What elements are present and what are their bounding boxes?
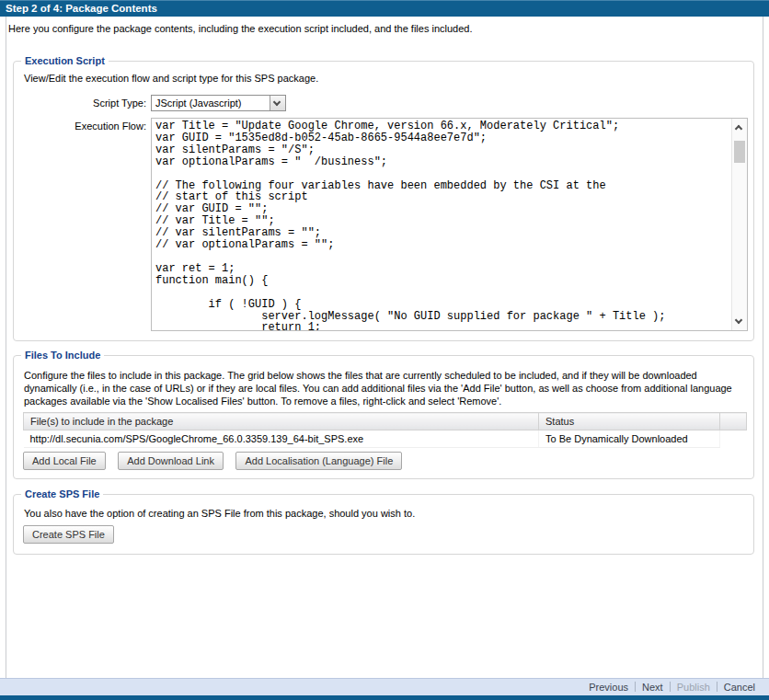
scroll-down-icon[interactable]	[735, 316, 742, 324]
spacer-cell	[720, 430, 747, 448]
column-header-status[interactable]: Status	[539, 413, 720, 430]
execution-script-legend: Execution Script	[21, 55, 109, 66]
status-cell: To Be Dynamically Downloaded	[539, 430, 720, 448]
execution-script-description: View/Edit the execution flow and script …	[24, 72, 318, 85]
create-sps-button-row: Create SPS File	[23, 525, 122, 544]
files-to-include-description: Configure the files to include in this p…	[24, 369, 743, 407]
files-buttons-row: Add Local File Add Download Link Add Loc…	[23, 452, 410, 470]
create-sps-file-section: Create SPS File You also have the option…	[13, 494, 754, 555]
files-table-header-row: File(s) to include in the package Status	[24, 413, 747, 430]
file-url-cell[interactable]: http://dl.secunia.com/SPS/GoogleChrome_6…	[24, 430, 539, 448]
column-header-spacer	[720, 413, 747, 430]
scroll-up-icon[interactable]	[735, 125, 742, 132]
add-download-link-button[interactable]: Add Download Link	[118, 452, 224, 470]
panel-border-right	[763, 17, 763, 695]
script-type-value: JScript (Javascript)	[155, 97, 242, 110]
next-button[interactable]: Next	[636, 679, 670, 695]
bottom-strip	[0, 695, 769, 700]
page-title: Step 2 of 4: Package Contents	[6, 3, 157, 14]
code-scrollbar[interactable]	[731, 119, 747, 330]
script-type-label: Script Type:	[14, 98, 146, 109]
execution-script-section: Execution Script View/Edit the execution…	[13, 61, 754, 341]
scrollbar-thumb[interactable]	[734, 141, 745, 163]
create-sps-file-button[interactable]: Create SPS File	[23, 525, 114, 544]
files-to-include-legend: Files To Include	[21, 350, 104, 361]
column-header-file[interactable]: File(s) to include in the package	[24, 413, 539, 430]
create-sps-file-legend: Create SPS File	[21, 488, 103, 499]
script-type-select[interactable]: JScript (Javascript)	[151, 95, 286, 111]
add-localisation-file-button[interactable]: Add Localisation (Language) File	[235, 452, 402, 470]
previous-button[interactable]: Previous	[582, 679, 635, 695]
panel-border-left	[6, 17, 6, 695]
footer-bar: PreviousNextPublishCancel	[0, 678, 769, 695]
script-type-dropdown-button[interactable]	[270, 96, 285, 110]
publish-button: Publish	[671, 679, 717, 695]
execution-flow-label: Execution Flow:	[14, 120, 146, 132]
create-sps-file-description: You also have the option of creating an …	[24, 507, 743, 520]
wizard-step-titlebar: Step 2 of 4: Package Contents	[0, 0, 769, 17]
intro-text: Here you configure the package contents,…	[8, 23, 473, 34]
files-to-include-section: Files To Include Configure the files to …	[13, 355, 754, 479]
add-local-file-button[interactable]: Add Local File	[23, 452, 106, 470]
chevron-down-icon	[273, 98, 281, 106]
cancel-button[interactable]: Cancel	[717, 679, 762, 695]
execution-flow-editor[interactable]: var Title = "Update Google Chrome, versi…	[151, 118, 748, 331]
execution-flow-code[interactable]: var Title = "Update Google Chrome, versi…	[152, 119, 730, 330]
files-table: File(s) to include in the package Status…	[23, 412, 747, 448]
table-row[interactable]: http://dl.secunia.com/SPS/GoogleChrome_6…	[24, 430, 747, 448]
package-wizard-page: Step 2 of 4: Package Contents Here you c…	[0, 0, 769, 700]
